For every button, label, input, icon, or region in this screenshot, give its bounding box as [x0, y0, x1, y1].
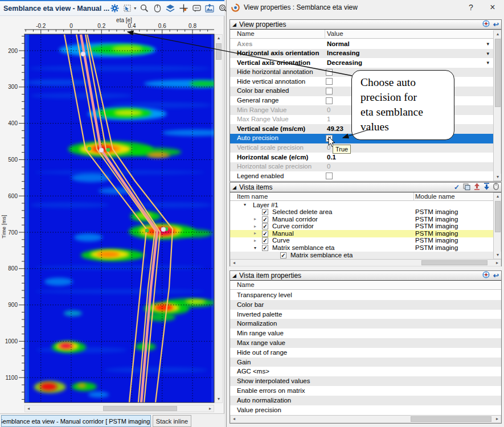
scroll-down-button[interactable]: ▾	[494, 174, 501, 180]
import-down-icon[interactable]	[483, 183, 490, 192]
export-up-icon[interactable]	[474, 183, 480, 192]
visibility-checkbox[interactable]: ✓	[280, 252, 286, 258]
layers-icon[interactable]	[165, 3, 175, 14]
scroll-up-button[interactable]: ▴	[215, 35, 222, 42]
visibility-checkbox[interactable]: ✓	[262, 223, 268, 229]
collapse-expander-icon[interactable]: ▾	[254, 245, 256, 251]
vista-items-column-header[interactable]: Item name Module name	[230, 192, 501, 201]
scroll-down-button[interactable]: ▾	[494, 252, 501, 258]
zoom-icon[interactable]	[139, 3, 149, 14]
help-button[interactable]: ?	[464, 1, 478, 14]
unchecked-checkbox[interactable]	[326, 78, 333, 85]
item-property-row-gain[interactable]: Gain	[230, 358, 501, 367]
tree-item-curve-corridor[interactable]: ▸✓Curve corridorPSTM imaging	[230, 223, 493, 231]
property-value[interactable]: Normal	[327, 40, 350, 47]
property-row-vertical-axis-orientation[interactable]: Vertical axis orientationDecreasing▾	[230, 58, 493, 68]
semblance-heatmap-svg[interactable]: eta [e]-0.200.20.40.60.82003004005006007…	[0, 16, 224, 404]
tab-stack-inline[interactable]: Stack inline	[153, 415, 191, 427]
vista-items-hscrollbar[interactable]: ◂ ▸	[230, 259, 501, 266]
check-all-icon[interactable]: ✓	[454, 183, 460, 191]
item-property-row-min-range-value[interactable]: Min range value	[230, 329, 501, 338]
vista-item-properties-hscrollbar[interactable]: ◂ ▸	[230, 415, 501, 423]
snapshot-export-icon[interactable]	[204, 3, 215, 14]
property-row-horizontal-axis-orientation[interactable]: Horizontal axis orientationIncreasing▾	[230, 49, 493, 59]
copy-items-icon[interactable]	[463, 183, 470, 192]
undo-icon[interactable]: ↩	[493, 272, 499, 280]
property-value[interactable]: 0.1	[327, 154, 336, 161]
vertical-scroll-thumb[interactable]	[495, 201, 501, 232]
item-property-row-show-interpolated-values[interactable]: Show interpolated values	[230, 376, 501, 386]
column-item-name[interactable]: Item name	[237, 193, 268, 200]
unchecked-checkbox[interactable]	[326, 69, 333, 76]
tree-item-matrix-semblance-eta[interactable]: ▾✓Matrix semblance etaPSTM imaging	[230, 245, 493, 252]
dropdown-arrow-icon[interactable]: ▾	[486, 51, 489, 56]
collapse-expander-icon[interactable]: ▾	[244, 202, 246, 207]
expand-expander-icon[interactable]: ▸	[254, 231, 256, 236]
select-region-icon[interactable]	[122, 3, 133, 14]
tree-item-curve[interactable]: ▸✓CurvePSTM imaging	[230, 237, 493, 245]
item-property-row-value-precision[interactable]: Value precision	[230, 405, 501, 415]
property-row-vertical-scale-precision[interactable]: Vertical scale precision0	[230, 143, 493, 153]
window-titlebar[interactable]: View properties : Semblance eta view ? ×	[227, 0, 504, 15]
item-property-row-color-bar[interactable]: Color bar	[230, 300, 501, 310]
collapse-triangle-icon[interactable]: ◢	[230, 273, 239, 278]
unchecked-checkbox[interactable]	[326, 97, 333, 104]
item-property-row-hide-out-of-range[interactable]: Hide out of range	[230, 348, 501, 358]
property-row-axes[interactable]: AxesNormal▾	[230, 39, 493, 49]
item-property-row-transparency-level[interactable]: Transparency level	[230, 290, 501, 300]
view-properties-vscrollbar[interactable]: ▴ ▾	[493, 30, 501, 181]
collapse-triangle-icon[interactable]: ◢	[230, 184, 239, 190]
vista-items-vscrollbar[interactable]: ▴ ▾	[493, 192, 501, 259]
dropdown-arrow-icon[interactable]: ▾	[486, 60, 489, 65]
visibility-checkbox[interactable]: ✓	[262, 216, 268, 223]
horizontal-scroll-thumb[interactable]	[421, 260, 487, 265]
property-row-horizontal-scale-precision[interactable]: Horizontal scale precision0	[230, 162, 493, 172]
unchecked-checkbox[interactable]	[326, 173, 333, 179]
visibility-checkbox[interactable]: ✓	[262, 245, 268, 251]
visibility-checkbox[interactable]: ✓	[262, 231, 268, 237]
item-property-row-inverted-palette[interactable]: Inverted palette	[230, 310, 501, 319]
reset-defaults-icon[interactable]	[482, 20, 490, 29]
horizontal-scroll-thumb[interactable]	[103, 406, 177, 411]
scroll-right-button[interactable]: ▸	[494, 416, 501, 422]
scroll-right-button[interactable]: ▸	[207, 405, 214, 412]
property-value[interactable]: 0	[327, 106, 330, 113]
scroll-up-button[interactable]: ▴	[494, 193, 501, 200]
property-row-horizontal-scale-e-cm-[interactable]: Horizontal scale (e/cm)0.1	[230, 153, 493, 162]
tree-item-manual[interactable]: ▸✓ManualPSTM imaging	[230, 230, 493, 237]
scroll-left-button[interactable]: ◂	[231, 416, 237, 422]
close-button[interactable]: ×	[485, 1, 500, 14]
item-property-row-normalization[interactable]: Normalization	[230, 319, 501, 329]
collapse-triangle-icon[interactable]: ◢	[230, 22, 239, 27]
column-module-name[interactable]: Module name	[415, 193, 455, 200]
expand-expander-icon[interactable]: ▸	[254, 224, 256, 229]
semblance-heatmap-plot[interactable]: eta [e]-0.200.20.40.60.82003004005006007…	[0, 16, 224, 404]
expand-expander-icon[interactable]: ▸	[254, 216, 256, 221]
undo-icon[interactable]: ↩	[493, 20, 499, 28]
property-value[interactable]: Increasing	[327, 50, 360, 56]
select-region-dropdown-icon[interactable]: ▾	[134, 6, 136, 11]
property-value[interactable]: 0	[327, 144, 330, 151]
scroll-down-button[interactable]: ▾	[215, 396, 222, 403]
scroll-right-button[interactable]: ▸	[494, 260, 501, 266]
vista-item-properties-header[interactable]: ◢ Vista item properties ↩	[230, 271, 501, 281]
expand-expander-icon[interactable]: ▸	[254, 238, 256, 243]
item-property-row-agc-ms-[interactable]: AGC <ms>	[230, 367, 501, 376]
item-property-row-auto-normalization[interactable]: Auto normalization	[230, 396, 501, 405]
property-value[interactable]: 49.23	[327, 125, 343, 132]
plot-vertical-scrollbar[interactable]: ▴ ▾	[215, 34, 223, 403]
plot-horizontal-scrollbar[interactable]: ◂ ▸	[24, 405, 214, 412]
column-value[interactable]: Value	[327, 30, 343, 37]
vertical-scroll-thumb[interactable]	[495, 39, 501, 107]
checked-checkbox[interactable]: ✓	[326, 135, 333, 142]
tree-item-manual-corridor[interactable]: ▸✓Manual corridorPSTM imaging	[230, 216, 493, 223]
column-name[interactable]: Name	[237, 30, 255, 37]
visibility-checkbox[interactable]: ✓	[262, 237, 268, 244]
column-name[interactable]: Name	[237, 281, 255, 288]
tree-item-layer-1[interactable]: ▾Layer #1	[230, 202, 493, 209]
view-properties-header[interactable]: ◢ View properties ↩	[230, 20, 501, 30]
dropdown-arrow-icon[interactable]: ▾	[486, 41, 489, 47]
property-value[interactable]: 0	[327, 163, 330, 170]
view-properties-column-header[interactable]: Name Value	[230, 30, 501, 39]
unchecked-checkbox[interactable]	[326, 88, 333, 95]
